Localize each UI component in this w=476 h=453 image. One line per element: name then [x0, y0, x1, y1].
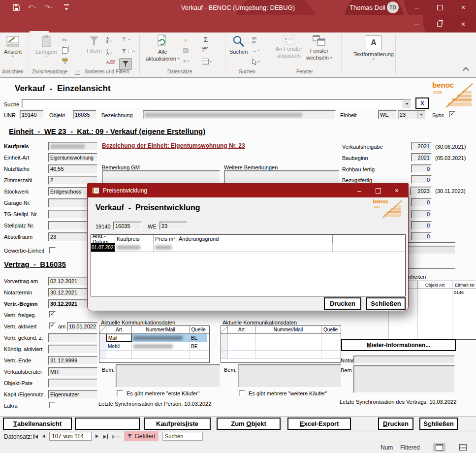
advanced-filter-icon[interactable]	[121, 48, 135, 54]
preis-kaufpreis-cell[interactable]	[115, 243, 154, 252]
paste-button[interactable]: Einfügen	[35, 35, 57, 57]
right-row6-field[interactable]: 0	[411, 198, 432, 206]
dialog-drucken-button[interactable]: Drucken	[324, 298, 361, 309]
tabellenansicht-button[interactable]: Tabellenansicht	[3, 418, 72, 430]
table-row[interactable]: Mobil BE	[99, 342, 209, 351]
table-row[interactable]	[221, 351, 341, 359]
objekt-pate-field[interactable]	[48, 379, 97, 388]
unr-field[interactable]: 19140	[20, 110, 43, 119]
toggle-filter-button[interactable]	[119, 58, 132, 70]
kaufpreisliste-button[interactable]: Kaufpreisliste	[144, 418, 211, 430]
child-restore-button[interactable]	[432, 18, 447, 31]
dialog-maximize-button[interactable]	[371, 184, 385, 197]
copy-icon[interactable]	[62, 47, 67, 54]
record-search-input[interactable]: Suchen	[162, 432, 203, 441]
dialog-objekt-field[interactable]: 16035	[113, 222, 142, 230]
baubeginn-field[interactable]: 2021	[411, 153, 432, 162]
table-row[interactable]: 01.07.2021	[91, 243, 405, 252]
close-button[interactable]: ×	[456, 1, 471, 14]
kuendig-aktiviert-field[interactable]	[48, 345, 97, 354]
lakra-checkbox[interactable]	[49, 402, 56, 408]
maximize-button[interactable]	[432, 1, 447, 14]
dialog-close-button[interactable]: ×	[389, 184, 404, 197]
select-cursor-icon[interactable]	[252, 59, 260, 65]
komm-nummer-cell[interactable]	[132, 342, 190, 350]
komm-table-right[interactable]: Art Nummer/Mail Quelle	[221, 325, 341, 363]
spelling-icon[interactable]: ABC✓	[202, 47, 208, 52]
erste-kaeufer-checkbox[interactable]	[117, 390, 123, 396]
sort-asc-icon[interactable]: AZ↓	[106, 36, 112, 43]
dialog-titlebar[interactable]: Preisentwicklung – ×	[88, 184, 408, 197]
komm-art-cell[interactable]: Mail	[106, 334, 132, 342]
gewerbe-checkbox[interactable]	[49, 247, 56, 254]
zum-objekt-button[interactable]: Zum Objekt	[217, 418, 281, 430]
account-name[interactable]: Thomas Doll	[349, 4, 385, 11]
right-row9-field[interactable]: 0	[411, 232, 432, 240]
first-record-button[interactable]	[33, 434, 38, 439]
more-records-icon[interactable]	[202, 59, 212, 65]
previous-record-button[interactable]	[42, 434, 45, 438]
new-record-button[interactable]: ∗	[112, 433, 120, 440]
filter-button[interactable]: Filtern	[87, 35, 102, 54]
format-painter-icon[interactable]	[62, 58, 68, 65]
schliessen-button[interactable]: Schließen	[419, 418, 458, 430]
search-button[interactable]: Suchen	[229, 35, 248, 55]
new-record-icon[interactable]: ∗	[183, 37, 188, 44]
weitere-kaeufer-checkbox[interactable]	[239, 390, 245, 396]
verkaufsberater-field[interactable]: MR	[48, 367, 97, 376]
bezeichnung-field[interactable]	[143, 110, 336, 119]
goto-icon[interactable]: →	[252, 48, 260, 53]
right-row7-field[interactable]: 0	[411, 210, 432, 218]
last-record-button[interactable]	[103, 434, 108, 439]
komm-table-left[interactable]: Art Nummer/Mail Quelle Mail BE Mobil BE	[99, 325, 210, 363]
child-close-button[interactable]: ×	[456, 18, 471, 31]
right-row5-field[interactable]: 2023	[410, 187, 432, 195]
table-row[interactable]	[221, 342, 341, 351]
rohbau-field[interactable]: 0	[411, 164, 432, 173]
collapse-ribbon-icon[interactable]	[464, 68, 468, 72]
table-row[interactable]	[99, 351, 209, 359]
record-position-box[interactable]: 107 von 114	[49, 432, 92, 441]
save-record-icon[interactable]	[183, 48, 189, 53]
excel-export-button[interactable]: Excel-Export	[287, 418, 351, 430]
datasheet-view-button[interactable]	[457, 443, 469, 452]
sync-checkbox[interactable]	[449, 111, 455, 118]
delete-record-icon[interactable]: ×	[183, 59, 189, 64]
avatar[interactable]: TD	[387, 1, 399, 13]
einheit-nr-combobox[interactable]: 23	[398, 110, 425, 119]
form-view-button[interactable]	[433, 443, 445, 452]
replace-icon[interactable]: abac	[252, 36, 256, 44]
preis-grund-cell[interactable]	[177, 243, 333, 252]
nutzflaeche-field[interactable]: 46,55	[48, 164, 97, 173]
objekt-field[interactable]: 16035	[73, 110, 96, 119]
bem-textarea-mid[interactable]	[238, 364, 341, 388]
child-minimize-button[interactable]: –	[410, 18, 424, 31]
komm-quelle-cell[interactable]: BE	[190, 342, 207, 350]
bem-textarea-left[interactable]	[116, 364, 220, 388]
selection-filter-icon[interactable]	[121, 36, 130, 42]
verkaufsfreigabe-field[interactable]: 2021	[411, 142, 432, 150]
table-row[interactable]: Mail BE	[99, 334, 209, 342]
cut-icon[interactable]: ✂	[62, 36, 67, 44]
preis-preis-cell[interactable]	[154, 243, 177, 252]
remove-sort-icon[interactable]: A	[106, 60, 115, 64]
kapit-field[interactable]: Eigennutzer	[48, 390, 97, 399]
dialog-launcher-icon[interactable]	[75, 70, 80, 75]
vertr-freigeg-checkbox[interactable]	[49, 311, 56, 318]
refresh-all-button[interactable]: Alle aktualisieren	[146, 34, 180, 62]
bezugsfertig-field[interactable]: 0	[411, 175, 432, 184]
clear-search-button[interactable]: X	[416, 98, 429, 108]
notar-field[interactable]	[353, 356, 455, 364]
vertr-ende-field[interactable]: 31.12.9999	[48, 356, 97, 365]
dialog-einheit-field[interactable]: 23	[159, 222, 187, 230]
we-field[interactable]: WE	[378, 110, 397, 119]
suche-combobox[interactable]	[22, 99, 411, 108]
komm-art-cell[interactable]: Mobil	[106, 342, 132, 350]
preis-table[interactable]: Änd.-Datum Kaufpreis Preis m² Änderungsg…	[91, 234, 406, 296]
text-formatting-button[interactable]: A Textformatierung	[353, 35, 394, 60]
aktiviert-am-field[interactable]: 18.01.2022	[67, 322, 97, 331]
switch-windows-button[interactable]: Fenster wechseln	[306, 35, 332, 61]
right-row8-field[interactable]: 0	[411, 221, 432, 229]
ansicht-button[interactable]: Ansicht	[4, 35, 22, 57]
komm-nummer-cell[interactable]	[132, 334, 190, 342]
